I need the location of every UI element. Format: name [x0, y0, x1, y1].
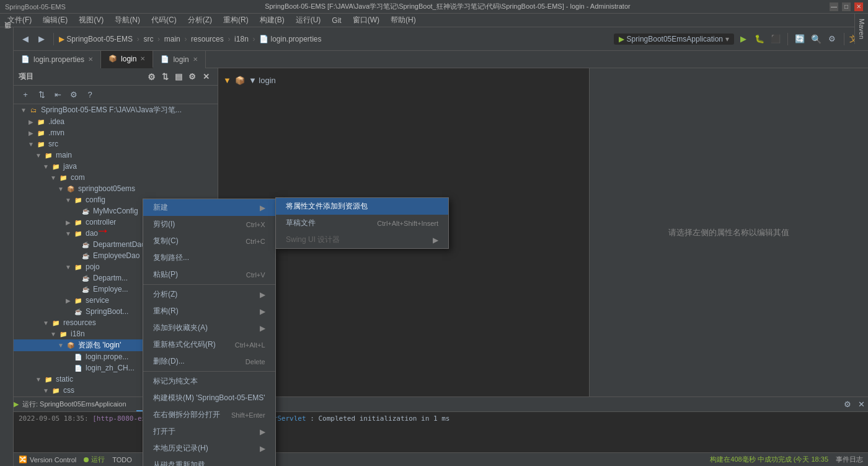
- config-folder-icon: 📁: [73, 195, 83, 205]
- bottom-settings-icon[interactable]: ⚙: [841, 398, 854, 411]
- menu-file[interactable]: 文件(F): [2, 14, 37, 27]
- tree-com[interactable]: ▼ 📁 com: [14, 172, 218, 183]
- menu-window[interactable]: 窗口(W): [348, 14, 384, 27]
- tree-service-label: service: [86, 296, 109, 305]
- run-status-btn[interactable]: 运行: [84, 455, 105, 464]
- ctx-refactor[interactable]: 重构(R) ▶: [143, 303, 275, 320]
- tree-springboot05ems[interactable]: ▼ 📦 springboot05ems: [14, 183, 218, 194]
- ctx-favorites[interactable]: 添加到收藏夹(A) ▶: [143, 320, 275, 336]
- ctx-local-history[interactable]: 本地历史记录(H) ▶: [143, 440, 275, 457]
- window-title: SpringBoot-05-EMS [F:\JAVA\Java学习笔记\Spri…: [66, 2, 830, 11]
- forward-button[interactable]: ▶: [35, 32, 48, 46]
- menu-git[interactable]: Git: [327, 15, 346, 26]
- ctx-paste[interactable]: 粘贴(P) Ctrl+V: [143, 266, 275, 283]
- project-tab[interactable]: 项目: [1, 30, 12, 37]
- close-button[interactable]: ✕: [854, 2, 863, 11]
- mymvcconfig-icon: ☕: [81, 206, 91, 216]
- menu-help[interactable]: 帮助(H): [386, 14, 421, 27]
- expand-property-button[interactable]: ⇤: [51, 88, 64, 102]
- run-button[interactable]: ▶: [737, 32, 750, 46]
- maximize-button[interactable]: □: [842, 2, 851, 11]
- ctx-open-in[interactable]: 打开于 ▶: [143, 423, 275, 440]
- tab-close-login[interactable]: ✕: [140, 55, 145, 62]
- stop-button[interactable]: ⬛: [769, 32, 782, 46]
- menu-edit[interactable]: 编辑(E): [38, 14, 73, 27]
- sidebar-settings-icon[interactable]: ⚙: [144, 70, 158, 84]
- todo-btn[interactable]: TODO: [112, 456, 132, 464]
- minimize-button[interactable]: —: [830, 2, 838, 11]
- ctx-analyze-label: 分析(Z): [153, 289, 177, 300]
- tree-idea[interactable]: ▶ 📁 .idea: [14, 116, 218, 127]
- submenu-scratch[interactable]: 草稿文件 Ctrl+Alt+Shift+Insert: [276, 215, 448, 231]
- ctx-analyze[interactable]: 分析(Z) ▶: [143, 286, 275, 303]
- tab-login-2[interactable]: 📄 login ✕: [153, 51, 205, 68]
- ctx-local-history-label: 本地历史记录(H): [153, 443, 208, 454]
- ctx-delete[interactable]: 删除(D)... Delete: [143, 353, 275, 370]
- bottom-close-icon[interactable]: ✕: [854, 398, 868, 411]
- editor-tab-bar: 📄 login.properties ✕ 📦 login ✕ 📄 login ✕: [14, 51, 868, 68]
- run-config-selector[interactable]: ▶ SpringBoot05EmsApplication ▾: [614, 34, 734, 45]
- ctx-copy[interactable]: 复制(C) Ctrl+C: [143, 233, 275, 249]
- tree-java[interactable]: ▼ 📁 java: [14, 161, 218, 172]
- ctx-reformat[interactable]: 重新格式化代码(R) Ctrl+Alt+L: [143, 336, 275, 353]
- ctx-build-module[interactable]: 构建模块(M) 'SpringBoot-05-EMS': [143, 390, 275, 406]
- ctx-delete-label: 删除(D)...: [153, 356, 185, 367]
- ctx-copy-path[interactable]: 复制路径...: [143, 249, 275, 266]
- vc-label: Version Control: [30, 456, 76, 464]
- help-property-button[interactable]: ?: [83, 88, 97, 102]
- ctx-cut[interactable]: 剪切(I) Ctrl+X: [143, 216, 275, 233]
- menu-code[interactable]: 代码(C): [146, 14, 182, 27]
- tab-close-login-2[interactable]: ✕: [193, 56, 198, 63]
- menu-build[interactable]: 构建(B): [255, 14, 290, 27]
- event-log-btn[interactable]: 事件日志: [836, 455, 863, 464]
- idea-folder-icon: 📁: [36, 117, 46, 127]
- update-button[interactable]: 🔄: [793, 32, 807, 46]
- version-control-btn[interactable]: 🔀 Version Control: [19, 455, 76, 464]
- bundle-icon: 📦: [66, 341, 76, 351]
- settings-property-button[interactable]: ⚙: [67, 88, 81, 102]
- tab-label-login: login: [121, 55, 136, 63]
- springbootapp-icon: ☕: [73, 307, 83, 316]
- search-button[interactable]: 🔍: [809, 32, 823, 46]
- sidebar-close-icon[interactable]: ✕: [199, 70, 213, 84]
- menu-view[interactable]: 视图(V): [74, 14, 108, 27]
- menu-nav[interactable]: 导航(N): [110, 14, 145, 27]
- tree-department-label: Departm...: [93, 274, 128, 282]
- menu-refactor[interactable]: 重构(R): [218, 14, 254, 27]
- ctx-analyze-arrow: ▶: [260, 290, 265, 299]
- tree-bundle-label: 资源包 'login': [78, 340, 121, 351]
- css-folder-icon: 📁: [51, 385, 61, 395]
- bottom-panel: ▶ 运行: SpringBoot05EmsApplicaion 控制台 断点 ⚙…: [14, 397, 868, 452]
- menu-analyze[interactable]: 分析(Z): [183, 14, 217, 27]
- tab-close-login-properties[interactable]: ✕: [88, 56, 93, 63]
- menu-run[interactable]: 运行(U): [291, 14, 326, 27]
- ctx-open-right[interactable]: 在右侧拆分部分打开 Shift+Enter: [143, 406, 275, 423]
- tab-login-properties[interactable]: 📄 login.properties ✕: [14, 51, 101, 68]
- sidebar-layout-icon[interactable]: ▤: [172, 70, 185, 84]
- submenu-add-to-bundle[interactable]: 将属性文件添加到资源包: [276, 198, 448, 215]
- tree-main[interactable]: ▼ 📁 main: [14, 150, 218, 161]
- controller-folder-icon: 📁: [73, 217, 83, 227]
- add-property-button[interactable]: +: [19, 88, 32, 102]
- settings-button[interactable]: ⚙: [825, 32, 839, 46]
- tree-com-label: com: [71, 173, 85, 182]
- debug-button[interactable]: 🐛: [753, 32, 766, 46]
- ctx-reload-label: 从磁盘重新加载: [153, 460, 205, 466]
- tab-login-active[interactable]: 📦 login ✕: [101, 51, 153, 68]
- sidebar-settings2-icon[interactable]: ⚙: [185, 70, 199, 84]
- bottom-tab-bar: ▶ 运行: SpringBoot05EmsApplicaion 控制台 断点 ⚙…: [14, 397, 868, 412]
- tree-project-label: SpringBoot-05-EMS F:\JAVA\Java学习笔...: [41, 105, 182, 115]
- ctx-mark-plain[interactable]: 标记为纯文本: [143, 373, 275, 390]
- back-button[interactable]: ◀: [19, 32, 32, 46]
- tab-label-login-properties: login.properties: [33, 55, 84, 64]
- tree-src[interactable]: ▼ 📁 src: [14, 138, 218, 150]
- tree-mvn[interactable]: ▶ 📁 .mvn: [14, 127, 218, 138]
- ctx-new[interactable]: 新建 ▶: [143, 199, 275, 216]
- sidebar-expand-icon[interactable]: ⇅: [158, 70, 172, 84]
- ctx-reload[interactable]: 从磁盘重新加载: [143, 457, 275, 466]
- tree-project-root[interactable]: ▼ 🗂 SpringBoot-05-EMS F:\JAVA\Java学习笔...: [14, 104, 218, 116]
- maven-panel[interactable]: Maven: [854, 14, 868, 44]
- tree-main-label: main: [56, 151, 72, 159]
- sort-property-button[interactable]: ⇅: [35, 88, 48, 102]
- department-icon: ☕: [81, 273, 91, 283]
